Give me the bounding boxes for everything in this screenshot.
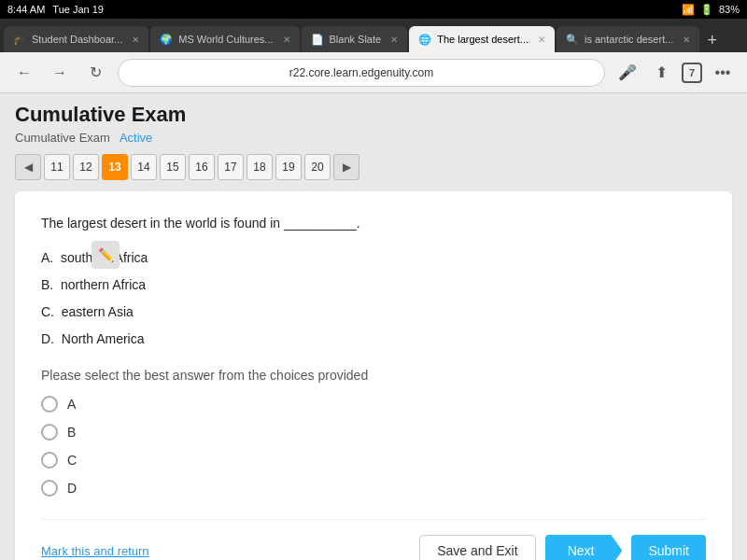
choice-b-letter: B. (41, 277, 53, 292)
breadcrumb-item-2: Active (120, 131, 152, 145)
radio-circle-a (41, 396, 58, 413)
page-prev-arrow[interactable]: ◀ (15, 154, 41, 180)
tab-favicon-4: 🌐 (418, 34, 431, 46)
answer-choice-b: B. northern Africa (41, 275, 706, 295)
choice-d-text: North America (62, 331, 145, 346)
page-12[interactable]: 12 (73, 154, 99, 180)
page-18[interactable]: 18 (247, 154, 273, 180)
page-14[interactable]: 14 (131, 154, 157, 180)
tab-close-5[interactable]: ✕ (683, 35, 690, 45)
card-footer: Mark this and return Save and Exit Next … (41, 519, 706, 560)
tab-favicon-1: 🎓 (13, 34, 26, 46)
page-11[interactable]: 11 (44, 154, 70, 180)
tab-favicon-2: 🌍 (160, 34, 173, 46)
submit-button[interactable]: Submit (631, 535, 706, 560)
answer-choice-c: C. eastern Asia (41, 302, 706, 322)
tab-close-2[interactable]: ✕ (283, 35, 290, 45)
more-options-icon[interactable]: ••• (710, 60, 736, 86)
choice-c-letter: C. (41, 304, 54, 319)
tab-largest-desert[interactable]: 🌐 The largest desert... ✕ (409, 26, 555, 52)
radio-label-d: D (67, 481, 77, 496)
page-title: Cumulative Exam (15, 103, 732, 127)
page-17[interactable]: 17 (218, 154, 244, 180)
page-16[interactable]: 16 (189, 154, 215, 180)
radio-option-c[interactable]: C (41, 452, 706, 469)
radio-option-b[interactable]: B (41, 424, 706, 441)
tab-favicon-5: 🔍 (566, 34, 579, 46)
back-button[interactable]: ← (11, 60, 37, 86)
radio-circle-b (41, 424, 58, 441)
next-button[interactable]: Next (545, 535, 623, 560)
tab-ms-world[interactable]: 🌍 MS World Cultures... ✕ (150, 26, 299, 52)
status-bar: 8:44 AM Tue Jan 19 📶 🔋 83% (0, 0, 747, 19)
breadcrumb-item-1: Cumulative Exam (15, 131, 110, 145)
instruction-text: Please select the best answer from the c… (41, 368, 706, 383)
question-text: The largest desert in the world is found… (41, 214, 706, 233)
page-19[interactable]: 19 (275, 154, 302, 180)
tab-blank-slate[interactable]: 📄 Blank Slate ✕ (302, 26, 408, 52)
battery-level: 83% (719, 4, 740, 15)
radio-circle-c (41, 452, 58, 469)
save-exit-button[interactable]: Save and Exit (419, 535, 535, 560)
new-tab-button[interactable]: + (701, 31, 723, 50)
radio-label-a: A (67, 397, 76, 412)
wifi-icon: 📶 (682, 4, 695, 16)
tab-favicon-3: 📄 (311, 34, 324, 46)
tab-antarctic[interactable]: 🔍 is antarctic desert... ✕ (557, 26, 699, 52)
page-13[interactable]: 13 (102, 154, 128, 180)
forward-button[interactable]: → (47, 60, 73, 86)
radio-option-a[interactable]: A (41, 396, 706, 413)
pagination: ◀ 11 12 13 14 15 16 17 18 19 20 ▶ (15, 154, 732, 180)
tab-close-1[interactable]: ✕ (132, 35, 139, 45)
status-time: 8:44 AM (7, 4, 45, 15)
radio-label-c: C (67, 453, 77, 468)
tab-close-3[interactable]: ✕ (390, 35, 398, 45)
tab-count[interactable]: 7 (682, 63, 702, 83)
main-content: ✏️ Cumulative Exam Cumulative Exam Activ… (0, 93, 747, 560)
microphone-icon[interactable]: 🎤 (614, 60, 641, 86)
tab-bar: 🎓 Student Dashboar... ✕ 🌍 MS World Cultu… (0, 19, 747, 52)
share-icon[interactable]: ⬆ (648, 60, 674, 86)
page-15[interactable]: 15 (160, 154, 186, 180)
radio-circle-d (41, 480, 58, 497)
address-bar: ← → ↻ 🎤 ⬆ 7 ••• (0, 52, 747, 93)
status-date: Tue Jan 19 (52, 4, 104, 15)
battery-icon: 🔋 (700, 4, 713, 16)
radio-option-d[interactable]: D (41, 480, 706, 497)
radio-label-b: B (67, 425, 76, 440)
address-input[interactable] (118, 59, 605, 87)
question-card: The largest desert in the world is found… (15, 191, 732, 560)
reload-button[interactable]: ↻ (82, 60, 108, 86)
footer-actions: Save and Exit Next Submit (419, 535, 706, 560)
tab-close-4[interactable]: ✕ (538, 35, 545, 45)
choice-b-text: northern Africa (61, 277, 146, 292)
choice-a-letter: A. (41, 250, 53, 265)
mark-return-button[interactable]: Mark this and return (41, 544, 149, 558)
answer-choice-a: A. southern Africa (41, 248, 706, 268)
edit-icon[interactable]: ✏️ (92, 241, 120, 269)
breadcrumb: Cumulative Exam Active (15, 131, 732, 145)
tab-student-dashboard[interactable]: 🎓 Student Dashboar... ✕ (4, 26, 148, 52)
answer-choice-d: D. North America (41, 329, 706, 349)
page-20[interactable]: 20 (304, 154, 331, 180)
choice-d-letter: D. (41, 331, 54, 346)
page-next-arrow[interactable]: ▶ (333, 154, 359, 180)
choice-c-text: eastern Asia (62, 304, 134, 319)
